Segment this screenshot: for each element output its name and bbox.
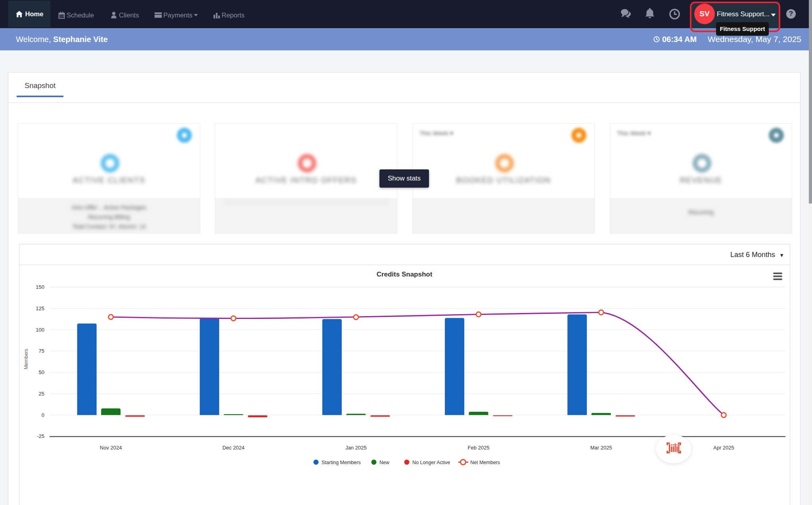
svg-text:50: 50: [39, 369, 44, 375]
svg-text:150: 150: [36, 284, 44, 290]
svg-text:Dec 2024: Dec 2024: [222, 445, 245, 451]
svg-text:Credits Snapshot: Credits Snapshot: [377, 271, 433, 278]
svg-text:-25: -25: [37, 433, 44, 439]
svg-text:125: 125: [36, 305, 44, 311]
svg-text:Nov 2024: Nov 2024: [100, 445, 122, 451]
svg-text:Feb 2025: Feb 2025: [468, 445, 490, 451]
svg-text:25: 25: [39, 391, 44, 397]
svg-text:Apr 2025: Apr 2025: [713, 445, 734, 451]
svg-text:Starting Members: Starting Members: [322, 460, 361, 465]
svg-text:0: 0: [42, 412, 44, 418]
svg-text:100: 100: [36, 327, 44, 333]
svg-text:No Longer Active: No Longer Active: [412, 460, 450, 465]
svg-text:Net Members: Net Members: [470, 460, 500, 465]
svg-text:Mar 2025: Mar 2025: [590, 445, 612, 451]
svg-text:Jan 2025: Jan 2025: [345, 445, 367, 451]
svg-text:Members: Members: [23, 349, 29, 369]
svg-text:75: 75: [39, 348, 44, 354]
svg-text:New: New: [379, 460, 390, 465]
